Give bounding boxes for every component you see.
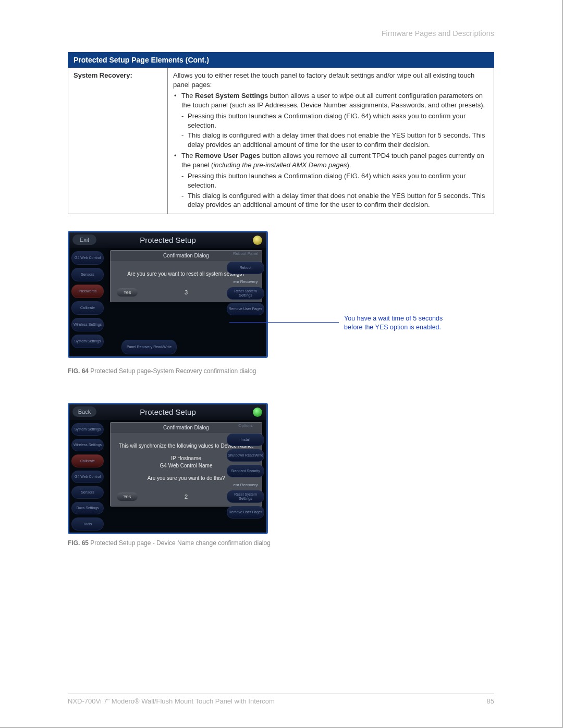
figure-64: Exit Protected Setup G4 Web Control Sens… — [68, 231, 494, 377]
figure-65: Back Protected Setup System Settings Wir… — [68, 403, 494, 547]
reset-settings-button[interactable]: Reset System Settings — [227, 490, 264, 503]
install-button[interactable]: Install — [227, 434, 264, 446]
countdown: 3 — [185, 289, 188, 295]
remove-sub1: Pressing this button launches a Confirma… — [181, 171, 488, 190]
fig65-titlebar: Back Protected Setup — [69, 404, 266, 420]
remove-pages-button[interactable]: Remove User Pages — [227, 506, 264, 519]
right-label: Options — [227, 423, 264, 430]
table-title: Protected Setup Page Elements (Cont.) — [68, 53, 494, 68]
sidebar-item[interactable]: G4 Web Control — [71, 251, 104, 265]
fig65-caption: FIG. 65 Protected Setup page - Device Na… — [68, 539, 494, 547]
back-button[interactable]: Back — [72, 406, 96, 417]
sidebar-item[interactable]: Docs Settings — [71, 502, 104, 514]
reset-bold: Reset System Settings — [195, 92, 268, 100]
fig65-screenshot: Back Protected Setup System Settings Wir… — [68, 403, 268, 534]
fig65-left-col: System Settings Wireless Settings Calibr… — [69, 420, 106, 534]
header-section: Firmware Pages and Descriptions — [68, 29, 494, 38]
shutdown-button[interactable]: Shutdown Read/Write — [227, 449, 264, 462]
exit-button[interactable]: Exit — [72, 235, 96, 245]
page: Firmware Pages and Descriptions Protecte… — [0, 0, 563, 728]
countdown: 2 — [185, 493, 188, 500]
sidebar-item[interactable]: System Settings — [71, 335, 104, 348]
sidebar-item[interactable]: Wireless Settings — [71, 318, 104, 331]
sidebar-item[interactable]: System Settings — [71, 423, 104, 436]
remove-italic: including the pre-installed AMX Demo pag… — [213, 161, 347, 169]
sidebar-item[interactable]: Calibrate — [71, 454, 104, 467]
bullet-reset: The Reset System Settings button allows … — [174, 91, 488, 109]
status-dot-icon — [253, 408, 262, 417]
reboot-button[interactable]: Reboot — [227, 262, 264, 274]
sidebar-item[interactable]: Sensors — [71, 268, 104, 281]
bullet-remove: The Remove User Pages button allows you … — [174, 151, 488, 169]
reset-settings-button[interactable]: Reset System Settings — [227, 287, 264, 300]
reset-sub2: This dialog is configured with a delay t… — [181, 131, 488, 149]
fig64-title: Protected Setup — [140, 236, 196, 244]
yes-button[interactable]: Yes — [117, 288, 138, 297]
fig64-left-col: G4 Web Control Sensors Passwords Calibra… — [69, 248, 106, 357]
fig64-screenshot: Exit Protected Setup G4 Web Control Sens… — [68, 231, 268, 358]
annotation-line — [229, 322, 339, 323]
panel-recovery-button[interactable]: Panel Recovery Read/Write — [121, 340, 177, 354]
recovery-head: em Recovery — [227, 483, 264, 487]
row-content: Allows you to either reset the touch pan… — [168, 68, 494, 214]
fig64-caption: FIG. 64 Protected Setup page-System Reco… — [68, 367, 256, 375]
fig65-title: Protected Setup — [140, 408, 196, 416]
sidebar-item[interactable]: Passwords — [71, 285, 104, 298]
setup-elements-table: Protected Setup Page Elements (Cont.) Sy… — [68, 52, 494, 214]
fig64-titlebar: Exit Protected Setup — [69, 232, 266, 248]
sidebar-item[interactable]: G4 Web Control — [71, 471, 104, 483]
page-number: 85 — [487, 697, 494, 705]
sidebar-item[interactable]: Calibrate — [71, 301, 104, 315]
sidebar-item[interactable]: Wireless Settings — [71, 439, 104, 451]
reset-sub1: Pressing this button launches a Confirma… — [181, 112, 488, 130]
row-label: System Recovery: — [68, 68, 168, 214]
security-button[interactable]: Standard Security — [227, 465, 264, 477]
sidebar-item[interactable]: Tools — [71, 517, 104, 530]
page-footer: NXD-700Vi 7" Modero® Wall/Flush Mount To… — [68, 694, 494, 705]
status-dot-icon — [253, 236, 262, 245]
fig64-right-col: Reboot Panel Reboot em Recovery Reset Sy… — [227, 248, 264, 315]
footer-product: NXD-700Vi 7" Modero® Wall/Flush Mount To… — [68, 697, 275, 705]
intro-text: Allows you to either reset the touch pan… — [173, 71, 488, 89]
remove-bold: Remove User Pages — [195, 152, 260, 159]
remove-pages-button[interactable]: Remove User Pages — [227, 303, 264, 315]
remove-sub2: This dialog is configured with a delay t… — [181, 191, 488, 209]
recovery-head: em Recovery — [227, 279, 264, 284]
right-label: Reboot Panel — [227, 251, 264, 258]
sidebar-item[interactable]: Sensors — [71, 486, 104, 499]
yes-button[interactable]: Yes — [117, 492, 138, 501]
fig65-right-col: Options Install Shutdown Read/Write Stan… — [227, 420, 264, 519]
fig64-annotation: You have a wait time of 5 seconds before… — [344, 314, 459, 332]
